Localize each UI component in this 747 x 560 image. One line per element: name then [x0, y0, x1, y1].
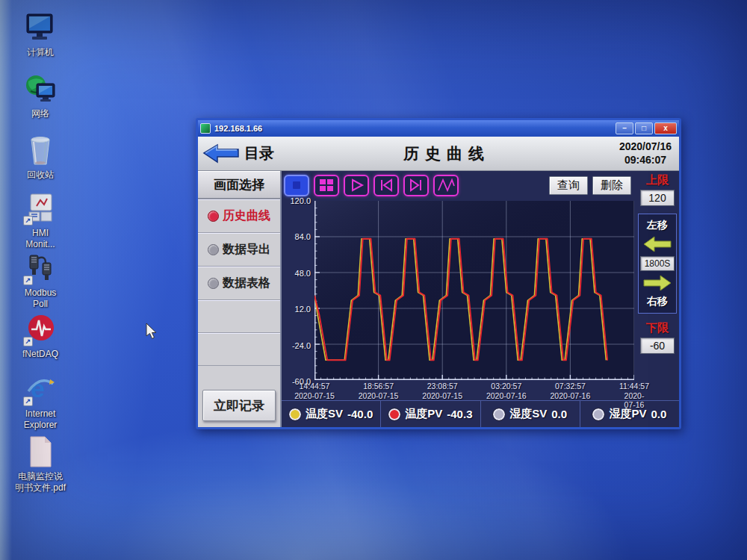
sidebar-item-data-table[interactable]: 数据表格 — [198, 267, 280, 300]
desktop-icon-label: 计算机 — [6, 47, 75, 58]
legend-label: 温度PV — [405, 407, 442, 421]
trend-chart-svg — [314, 201, 634, 380]
app-header: 目录 历史曲线 2020/07/16 09:46:07 — [198, 137, 679, 171]
computer-icon — [23, 10, 58, 45]
x-axis-labels: 14:44:57 2020-07-1518:56:57 2020-07-1523… — [314, 380, 634, 400]
sidebar-item-data-export[interactable]: 数据导出 — [198, 233, 280, 267]
humidity-sv-dot-icon — [493, 408, 505, 420]
y-tick-label: 84.0 — [295, 232, 311, 241]
x-tick-label: 18:56:57 2020-07-15 — [359, 382, 399, 400]
record-now-button[interactable]: 立即记录 — [202, 390, 276, 421]
query-button[interactable]: 查询 — [549, 176, 588, 195]
skip-forward-icon — [407, 178, 425, 193]
modbus-poll-icon: ↗ — [23, 251, 58, 285]
skip-to-start-button[interactable] — [374, 175, 399, 196]
screen-select-button[interactable]: 画面选择 — [198, 171, 280, 199]
x-tick-label: 14:44:57 2020-07-15 — [294, 382, 335, 400]
right-panel: 上限 120 左移 1800S — [636, 171, 679, 400]
time-interval-value[interactable]: 1800S — [640, 256, 675, 271]
main-area: 查询 删除 120.084.048.012.0-24.0-60.0 14:44:… — [282, 171, 679, 427]
skip-back-icon — [377, 178, 395, 193]
back-to-menu-button[interactable]: 目录 — [202, 143, 274, 164]
desktop-icon-computer[interactable]: 计算机 — [6, 10, 75, 58]
desktop-icon-label: 回收站 — [6, 169, 75, 181]
hmi-monitor-icon: ↗ — [23, 191, 58, 225]
window-titlebar[interactable]: 192.168.1.66 – □ x — [198, 120, 679, 137]
upper-limit-value[interactable]: 120 — [640, 190, 675, 206]
desktop-icon-label: HMI Monit... — [6, 228, 75, 250]
desktop-icon-internet-explorer[interactable]: e ↗ Internet Explorer — [6, 372, 75, 431]
desktop-icon-label: fNetDAQ — [6, 349, 75, 360]
sidebar-item-history-curve[interactable]: 历史曲线 — [198, 199, 280, 233]
x-tick-label: 23:08:57 2020-07-15 — [422, 382, 462, 400]
desktop-icon-label: Internet Explorer — [6, 408, 75, 431]
y-axis-labels: 120.084.048.012.0-24.0-60.0 — [282, 199, 314, 380]
y-tick-label: 48.0 — [295, 269, 311, 278]
legend-item-humidity-sv[interactable]: 湿度SV 0.0 — [481, 401, 580, 427]
y-tick-label: -24.0 — [292, 341, 311, 350]
app-body: 画面选择 历史曲线 数据导出 数据表格 立即记录 — [198, 171, 679, 427]
humidity-pv-dot-icon — [592, 408, 604, 420]
shortcut-arrow-icon: ↗ — [23, 276, 33, 285]
chart-toolbar: 查询 删除 — [282, 171, 636, 199]
shortcut-arrow-icon: ↗ — [23, 396, 33, 406]
temp-sv-dot-icon — [289, 408, 301, 420]
network-icon — [23, 72, 58, 106]
move-left-label: 左移 — [647, 219, 668, 232]
chart-column: 查询 删除 120.084.048.012.0-24.0-60.0 14:44:… — [282, 171, 636, 400]
hmi-app-window: 192.168.1.66 – □ x 目录 历史曲线 2020/07/16 09… — [196, 118, 681, 429]
sidebar-empty-row — [198, 300, 280, 333]
move-right-label: 右移 — [647, 295, 668, 308]
legend-label: 温度SV — [306, 407, 343, 421]
recycle-bin-icon — [23, 133, 58, 167]
y-tick-label: 12.0 — [295, 305, 311, 314]
app-icon — [200, 123, 211, 134]
grid-icon — [317, 178, 335, 193]
desktop-icon-label: 电脑监控说 明书文件.pdf — [6, 471, 75, 494]
datetime-display: 2020/07/16 09:46:07 — [619, 140, 672, 167]
left-arrow-icon — [642, 236, 672, 252]
desktop-icon-network[interactable]: 网络 — [6, 72, 75, 119]
legend-item-temp-sv[interactable]: 温度SV -40.0 — [282, 401, 381, 427]
desktop-icon-pdf-document[interactable]: 电脑监控说 明书文件.pdf — [6, 435, 75, 494]
skip-to-end-button[interactable] — [403, 175, 429, 196]
minimize-button[interactable]: – — [616, 122, 633, 134]
delete-button[interactable]: 删除 — [592, 176, 631, 195]
legend-label: 湿度SV — [509, 407, 547, 421]
move-left-button[interactable] — [642, 236, 672, 252]
sidebar-spacer — [198, 366, 280, 387]
lower-limit-label: 下限 — [646, 321, 669, 335]
move-right-button[interactable] — [642, 275, 672, 291]
x-tick-label: 07:32:57 2020-07-16 — [551, 382, 591, 400]
pdf-document-icon — [23, 435, 58, 469]
stop-icon — [288, 178, 306, 193]
grid-view-button[interactable] — [314, 175, 339, 196]
temp-pv-dot-icon — [388, 408, 400, 420]
curve-mode-button[interactable] — [433, 175, 459, 196]
scroll-panel: 左移 1800S 右移 — [638, 214, 677, 314]
desktop-icon-label: Modbus Poll — [6, 287, 75, 310]
mouse-cursor — [146, 323, 158, 343]
legend-value: -40.0 — [347, 408, 373, 420]
maximize-button[interactable]: □ — [635, 122, 653, 134]
sidebar-item-label: 数据表格 — [223, 276, 270, 291]
back-arrow-icon — [202, 143, 241, 164]
play-button[interactable] — [344, 175, 369, 196]
desktop-icon-fnetdaq[interactable]: ↗ fNetDAQ — [6, 312, 75, 360]
stop-button[interactable] — [284, 175, 309, 196]
legend-item-temp-pv[interactable]: 温度PV -40.3 — [381, 401, 480, 427]
content-row: 查询 删除 120.084.048.012.0-24.0-60.0 14:44:… — [282, 171, 679, 400]
lower-limit-value[interactable]: -60 — [640, 337, 675, 354]
back-button-label: 目录 — [244, 143, 274, 164]
plot-wrap: 120.084.048.012.0-24.0-60.0 — [282, 199, 636, 380]
trend-plot[interactable] — [314, 201, 634, 380]
close-button[interactable]: x — [654, 122, 677, 134]
legend-value: -40.3 — [447, 408, 472, 420]
desktop-icon-hmi-monitor[interactable]: ↗ HMI Monit... — [6, 191, 75, 250]
desktop-icon-recycle-bin[interactable]: 回收站 — [6, 133, 75, 181]
sidebar: 画面选择 历史曲线 数据导出 数据表格 立即记录 — [198, 171, 282, 427]
shortcut-arrow-icon: ↗ — [23, 337, 33, 346]
fnetdaq-icon: ↗ — [23, 312, 58, 346]
window-title: 192.168.1.66 — [214, 124, 614, 133]
desktop-icon-modbus-poll[interactable]: ↗ Modbus Poll — [6, 251, 75, 310]
